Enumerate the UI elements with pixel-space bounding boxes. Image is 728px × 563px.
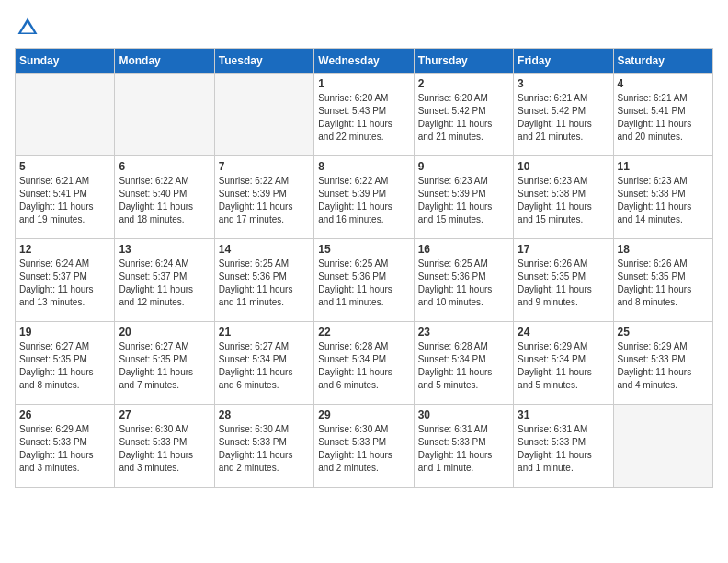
day-cell: 18Sunrise: 6:26 AMSunset: 5:35 PMDayligh…	[613, 239, 712, 322]
day-cell: 24Sunrise: 6:29 AMSunset: 5:34 PMDayligh…	[514, 322, 613, 405]
day-number: 7	[219, 160, 310, 173]
header-saturday: Saturday	[613, 49, 712, 74]
cell-info: Sunrise: 6:23 AMSunset: 5:38 PMDaylight:…	[618, 176, 692, 224]
day-number: 27	[119, 408, 210, 421]
logo	[15, 15, 44, 40]
cell-info: Sunrise: 6:24 AMSunset: 5:37 PMDaylight:…	[119, 259, 193, 307]
day-number: 31	[518, 408, 609, 421]
day-cell: 3Sunrise: 6:21 AMSunset: 5:42 PMDaylight…	[514, 74, 613, 156]
day-cell: 11Sunrise: 6:23 AMSunset: 5:38 PMDayligh…	[613, 156, 712, 239]
day-number: 1	[318, 77, 409, 90]
day-number: 24	[518, 326, 609, 339]
cell-info: Sunrise: 6:22 AMSunset: 5:39 PMDaylight:…	[318, 176, 392, 224]
day-cell: 26Sunrise: 6:29 AMSunset: 5:33 PMDayligh…	[16, 405, 115, 488]
cell-info: Sunrise: 6:20 AMSunset: 5:43 PMDaylight:…	[318, 93, 392, 142]
day-cell: 29Sunrise: 6:30 AMSunset: 5:33 PMDayligh…	[314, 405, 414, 488]
day-cell	[214, 74, 313, 156]
day-number: 2	[418, 77, 509, 90]
day-number: 22	[318, 326, 409, 339]
week-row-1: 1Sunrise: 6:20 AMSunset: 5:43 PMDaylight…	[16, 74, 713, 156]
cell-info: Sunrise: 6:25 AMSunset: 5:36 PMDaylight:…	[418, 259, 493, 307]
cell-info: Sunrise: 6:24 AMSunset: 5:37 PMDaylight:…	[19, 259, 94, 307]
header-sunday: Sunday	[16, 49, 115, 74]
day-cell: 28Sunrise: 6:30 AMSunset: 5:33 PMDayligh…	[214, 405, 313, 488]
day-number: 25	[618, 326, 709, 339]
day-cell: 4Sunrise: 6:21 AMSunset: 5:41 PMDaylight…	[613, 74, 712, 156]
day-number: 9	[418, 160, 509, 173]
day-cell: 12Sunrise: 6:24 AMSunset: 5:37 PMDayligh…	[16, 239, 115, 322]
day-number: 26	[19, 408, 110, 421]
day-cell: 13Sunrise: 6:24 AMSunset: 5:37 PMDayligh…	[115, 239, 214, 322]
day-cell: 25Sunrise: 6:29 AMSunset: 5:33 PMDayligh…	[613, 322, 712, 405]
day-number: 28	[219, 408, 310, 421]
day-cell: 21Sunrise: 6:27 AMSunset: 5:34 PMDayligh…	[214, 322, 313, 405]
cell-info: Sunrise: 6:30 AMSunset: 5:33 PMDaylight:…	[318, 424, 392, 473]
day-cell: 30Sunrise: 6:31 AMSunset: 5:33 PMDayligh…	[414, 405, 513, 488]
day-cell: 7Sunrise: 6:22 AMSunset: 5:39 PMDaylight…	[214, 156, 313, 239]
day-number: 4	[618, 77, 709, 90]
day-number: 18	[618, 243, 709, 256]
day-cell	[613, 405, 712, 488]
day-number: 29	[318, 408, 409, 421]
day-cell: 15Sunrise: 6:25 AMSunset: 5:36 PMDayligh…	[314, 239, 414, 322]
day-cell: 1Sunrise: 6:20 AMSunset: 5:43 PMDaylight…	[314, 74, 414, 156]
cell-info: Sunrise: 6:29 AMSunset: 5:33 PMDaylight:…	[19, 424, 94, 473]
day-cell	[16, 74, 115, 156]
header-monday: Monday	[115, 49, 214, 74]
day-number: 13	[119, 243, 210, 256]
day-cell: 16Sunrise: 6:25 AMSunset: 5:36 PMDayligh…	[414, 239, 513, 322]
day-number: 16	[418, 243, 509, 256]
header-tuesday: Tuesday	[214, 49, 313, 74]
cell-info: Sunrise: 6:29 AMSunset: 5:34 PMDaylight:…	[518, 341, 592, 390]
calendar-table: SundayMondayTuesdayWednesdayThursdayFrid…	[15, 48, 713, 488]
day-cell: 9Sunrise: 6:23 AMSunset: 5:39 PMDaylight…	[414, 156, 513, 239]
cell-info: Sunrise: 6:21 AMSunset: 5:41 PMDaylight:…	[618, 93, 692, 142]
header-row: SundayMondayTuesdayWednesdayThursdayFrid…	[16, 49, 713, 74]
cell-info: Sunrise: 6:31 AMSunset: 5:33 PMDaylight:…	[418, 424, 493, 473]
week-row-5: 26Sunrise: 6:29 AMSunset: 5:33 PMDayligh…	[16, 405, 713, 488]
day-cell: 23Sunrise: 6:28 AMSunset: 5:34 PMDayligh…	[414, 322, 513, 405]
day-number: 8	[318, 160, 409, 173]
cell-info: Sunrise: 6:26 AMSunset: 5:35 PMDaylight:…	[518, 259, 592, 307]
day-cell: 5Sunrise: 6:21 AMSunset: 5:41 PMDaylight…	[16, 156, 115, 239]
header-wednesday: Wednesday	[314, 49, 414, 74]
day-number: 6	[119, 160, 210, 173]
cell-info: Sunrise: 6:28 AMSunset: 5:34 PMDaylight:…	[418, 341, 493, 390]
cell-info: Sunrise: 6:22 AMSunset: 5:40 PMDaylight:…	[119, 176, 193, 224]
day-cell: 27Sunrise: 6:30 AMSunset: 5:33 PMDayligh…	[115, 405, 214, 488]
day-cell: 17Sunrise: 6:26 AMSunset: 5:35 PMDayligh…	[514, 239, 613, 322]
cell-info: Sunrise: 6:25 AMSunset: 5:36 PMDaylight:…	[318, 259, 392, 307]
cell-info: Sunrise: 6:26 AMSunset: 5:35 PMDaylight:…	[618, 259, 692, 307]
day-cell: 19Sunrise: 6:27 AMSunset: 5:35 PMDayligh…	[16, 322, 115, 405]
day-cell: 22Sunrise: 6:28 AMSunset: 5:34 PMDayligh…	[314, 322, 414, 405]
day-cell	[115, 74, 214, 156]
day-number: 30	[418, 408, 509, 421]
cell-info: Sunrise: 6:27 AMSunset: 5:34 PMDaylight:…	[219, 341, 293, 390]
week-row-4: 19Sunrise: 6:27 AMSunset: 5:35 PMDayligh…	[16, 322, 713, 405]
week-row-3: 12Sunrise: 6:24 AMSunset: 5:37 PMDayligh…	[16, 239, 713, 322]
cell-info: Sunrise: 6:27 AMSunset: 5:35 PMDaylight:…	[119, 341, 193, 390]
header-thursday: Thursday	[414, 49, 513, 74]
day-cell: 2Sunrise: 6:20 AMSunset: 5:42 PMDaylight…	[414, 74, 513, 156]
day-number: 10	[518, 160, 609, 173]
day-number: 15	[318, 243, 409, 256]
day-number: 20	[119, 326, 210, 339]
day-number: 12	[19, 243, 110, 256]
cell-info: Sunrise: 6:23 AMSunset: 5:39 PMDaylight:…	[418, 176, 493, 224]
day-number: 11	[618, 160, 709, 173]
page-header	[15, 15, 713, 40]
cell-info: Sunrise: 6:21 AMSunset: 5:42 PMDaylight:…	[518, 93, 592, 142]
day-number: 5	[19, 160, 110, 173]
day-cell: 20Sunrise: 6:27 AMSunset: 5:35 PMDayligh…	[115, 322, 214, 405]
cell-info: Sunrise: 6:20 AMSunset: 5:42 PMDaylight:…	[418, 93, 493, 142]
cell-info: Sunrise: 6:30 AMSunset: 5:33 PMDaylight:…	[219, 424, 293, 473]
cell-info: Sunrise: 6:28 AMSunset: 5:34 PMDaylight:…	[318, 341, 392, 390]
cell-info: Sunrise: 6:31 AMSunset: 5:33 PMDaylight:…	[518, 424, 592, 473]
day-number: 14	[219, 243, 310, 256]
cell-info: Sunrise: 6:21 AMSunset: 5:41 PMDaylight:…	[19, 176, 94, 224]
day-number: 17	[518, 243, 609, 256]
day-number: 23	[418, 326, 509, 339]
day-number: 21	[219, 326, 310, 339]
cell-info: Sunrise: 6:22 AMSunset: 5:39 PMDaylight:…	[219, 176, 293, 224]
cell-info: Sunrise: 6:27 AMSunset: 5:35 PMDaylight:…	[19, 341, 94, 390]
